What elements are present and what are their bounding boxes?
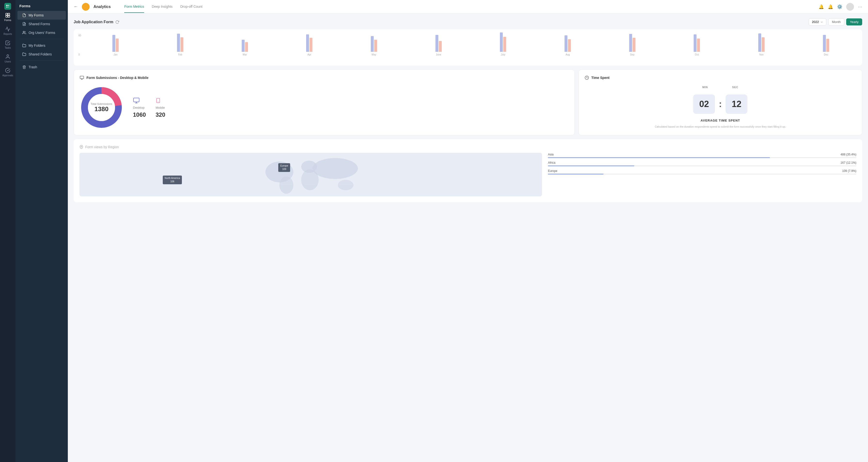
mobile-icon	[155, 97, 161, 104]
bar-month-label: Feb	[178, 53, 182, 56]
user-avatar[interactable]	[846, 3, 854, 11]
svg-point-26	[279, 176, 293, 194]
nav-approvals[interactable]: Approvals	[0, 66, 16, 79]
bar-pink	[439, 41, 442, 52]
donut-chart: Total Submissions 1380	[80, 86, 123, 129]
nav-forms[interactable]: Forms	[0, 11, 16, 24]
bar-blue	[564, 35, 567, 52]
bar-pink	[632, 38, 636, 52]
bar-pink	[245, 42, 248, 52]
refresh-icon[interactable]	[115, 20, 119, 24]
bar-pink	[762, 37, 765, 52]
seconds-box: 12	[725, 94, 747, 114]
bar-month-label: May	[372, 53, 376, 56]
device-stats: Desktop 1060 Mobile 320	[133, 97, 165, 118]
nav-reports[interactable]: Reports	[0, 25, 16, 37]
year-select[interactable]: 2022	[809, 19, 826, 25]
region-asia: Asia 488 (35.4%)	[548, 153, 857, 158]
bar-month-label: Oct	[695, 53, 699, 56]
svg-point-11	[23, 31, 24, 32]
bar-group-oct: Oct	[665, 34, 728, 56]
notification-icon[interactable]: 🔔	[828, 4, 833, 9]
bar-pink	[568, 39, 571, 52]
topbar-right: 🔔 🔔 ⚙️ ⋯	[818, 3, 862, 11]
bar-group-sep: Sep	[601, 34, 663, 56]
sidebar-item-shared-folders[interactable]: Shared Folders	[18, 50, 66, 59]
nav-users[interactable]: Users	[0, 52, 16, 65]
nav-tasks[interactable]: Tasks	[0, 38, 16, 51]
asia-bar-fill	[548, 157, 770, 158]
svg-point-29	[312, 158, 358, 179]
bar-blue	[113, 35, 115, 52]
time-display: 02 : 12	[585, 94, 856, 114]
svg-rect-2	[6, 6, 7, 8]
sidebar-item-org-users-forms[interactable]: Org Users' Forms	[18, 28, 66, 37]
svg-point-30	[338, 180, 353, 190]
sidebar-item-shared-forms[interactable]: Shared Forms	[18, 20, 66, 28]
svg-rect-12	[80, 76, 84, 79]
desktop-stat: Desktop 1060	[133, 97, 146, 118]
back-button[interactable]: ←	[73, 4, 78, 9]
bar-blue	[306, 34, 309, 52]
sidebar-item-trash[interactable]: Trash	[18, 63, 66, 71]
bar-pink	[116, 38, 119, 52]
bar-blue	[242, 40, 245, 52]
svg-rect-3	[8, 6, 9, 8]
mobile-icon-row	[155, 97, 165, 104]
bell-icon[interactable]: 🔔	[818, 4, 824, 9]
time-spent-card: Time Spent MIN SEC 02 : 12 AVERAGE TIME …	[579, 69, 862, 135]
map-section: Form views by Region	[73, 139, 862, 202]
bar-month-label: Aug	[565, 53, 570, 56]
svg-rect-5	[8, 13, 10, 15]
yearly-button[interactable]: Yearly	[846, 19, 862, 25]
submissions-card: Form Submissions - Desktop & Mobile Tota…	[73, 69, 575, 135]
map-pin-icon	[80, 145, 83, 149]
bar-blue	[629, 34, 632, 52]
tab-deep-insights[interactable]: Deep Insights	[152, 1, 173, 13]
bar-blue	[435, 35, 438, 52]
more-options-icon[interactable]: ⋯	[858, 4, 862, 9]
analytics-icon	[82, 3, 90, 11]
bar-group-aug: Aug	[536, 35, 599, 56]
topbar: ← Analytics Form Metrics Deep Insights D…	[68, 0, 868, 13]
form-header: Job Application Form 2022 Month Yearly	[73, 19, 862, 25]
bar-month-label: Sep	[630, 53, 634, 56]
bar-group-may: May	[343, 36, 405, 56]
tab-dropoff-count[interactable]: Drop-off Count	[180, 1, 203, 13]
sidebar-item-my-forms[interactable]: My Forms	[18, 11, 66, 20]
bar-blue	[758, 33, 761, 52]
sidebar-item-my-folders[interactable]: My Folders	[18, 41, 66, 50]
europe-bar-fill	[548, 174, 603, 175]
donut-center: Total Submissions 1380	[91, 102, 113, 113]
bar-chart-card: 60 0 JanFebMarAprMayJuneJulyAugSepOctNov…	[73, 29, 862, 66]
svg-rect-6	[6, 16, 7, 17]
bar-group-mar: Mar	[213, 40, 276, 56]
cards-row: Form Submissions - Desktop & Mobile Tota…	[73, 69, 862, 135]
bar-pink	[310, 38, 312, 52]
tab-form-metrics[interactable]: Form Metrics	[124, 1, 144, 13]
svg-point-24	[81, 146, 82, 147]
bar-blue	[371, 36, 374, 52]
africa-bar-fill	[548, 165, 634, 166]
bar-blue	[500, 32, 503, 52]
bar-pink	[180, 37, 183, 52]
bar-month-label: Jan	[114, 53, 118, 56]
bar-month-label: Nov	[759, 53, 764, 56]
settings-icon[interactable]: ⚙️	[837, 4, 842, 9]
icon-nav: Forms Reports Tasks Users Approvals	[0, 0, 16, 462]
bar-chart-container: JanFebMarAprMayJuneJulyAugSepOctNovDec	[84, 32, 857, 61]
map-visual: North America106 Europe109	[80, 153, 542, 196]
bar-group-nov: Nov	[730, 33, 793, 56]
svg-rect-7	[8, 16, 10, 17]
sidebar: Forms My Forms Shared Forms Org Users' F…	[16, 0, 68, 462]
mobile-stat: Mobile 320	[155, 97, 165, 118]
bar-group-feb: Feb	[149, 34, 212, 56]
bar-blue	[823, 35, 826, 52]
africa-bar-bg	[548, 165, 857, 166]
desktop-icon	[133, 97, 140, 104]
month-button[interactable]: Month	[828, 19, 844, 25]
region-stats: Asia 488 (35.4%) Africa 167 (12.1%)	[548, 153, 857, 196]
topbar-tabs: Form Metrics Deep Insights Drop-off Coun…	[124, 1, 203, 13]
svg-rect-0	[6, 5, 7, 6]
bar-month-label: June	[436, 53, 441, 56]
